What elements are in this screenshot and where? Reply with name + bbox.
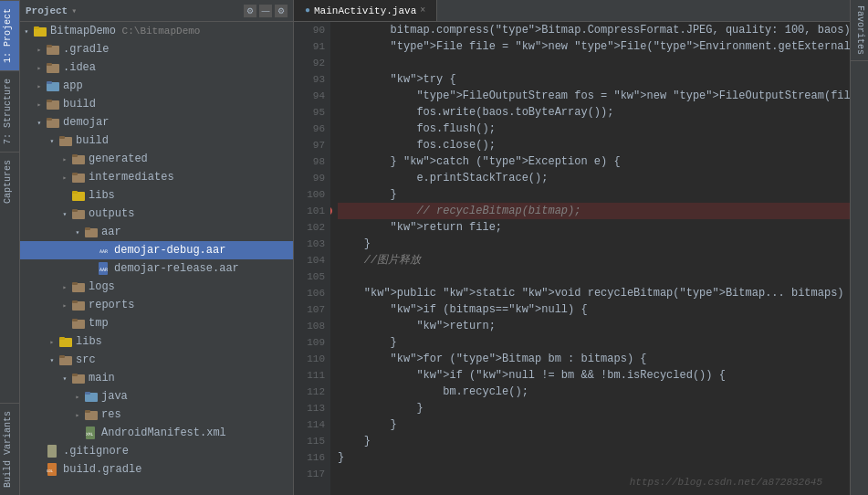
tree-item-reports[interactable]: ▸ reports [20,296,293,314]
line-number: 98 [294,153,325,170]
tree-item-label: libs [76,335,102,348]
tree-item-main[interactable]: ▾ main [20,369,293,387]
tree-item-java[interactable]: ▸ java [20,387,293,405]
line-number: 97 [294,137,325,153]
tree-item-outputs[interactable]: ▾ outputs [20,205,293,223]
tree-item--gradle[interactable]: ▸ .gradle [20,40,293,58]
code-text: "kw">if ("kw">null != bm && !bm.isRecycl… [338,367,726,384]
code-line: "kw">if ("kw">null != bm && !bm.isRecycl… [338,367,850,384]
line-number: 106 [294,285,325,301]
tree-item-demojar[interactable]: ▾ demojar [20,113,293,132]
tree-arrow[interactable]: ▸ [33,98,46,111]
tree-item--idea[interactable]: ▸ .idea [20,58,293,77]
tree-arrow[interactable] [84,244,97,257]
line-number: 94 [294,88,325,104]
tree-arrow[interactable]: ▾ [58,372,71,384]
tree-item-label: reports [89,299,134,311]
sidebar-item-project[interactable]: 1: Project [0,0,19,70]
svg-rect-39 [72,374,78,376]
tree-arrow[interactable] [33,463,46,476]
code-text: "kw">return; [338,318,496,334]
sidebar-item-captures[interactable]: Captures [0,152,19,211]
code-line [338,466,850,482]
code-line: //图片释放 [338,252,850,269]
code-line: } [338,433,850,449]
tree-item-BitmapDemo[interactable]: ▾ BitmapDemo C:\BitmapDemo [20,22,293,40]
editor-content: 9091929394959697989910010110210310410510… [294,22,850,495]
panel-sync-btn[interactable]: ⚙ [244,5,256,17]
tree-arrow[interactable]: ▸ [58,280,71,293]
tree-item-aar[interactable]: ▾ aar [20,223,293,241]
tree-item-res[interactable]: ▸ res [20,405,293,424]
code-text: } [338,416,397,433]
project-panel: Project ▾ ⚙ — ⚙ ▾ BitmapDemo C:\BitmapDe… [20,0,294,495]
tree-arrow[interactable]: ▸ [46,335,58,348]
code-line: // recycleBitmap(bitmap); [338,203,850,219]
tree-arrow[interactable]: ▾ [71,226,84,238]
folder-icon [71,152,86,166]
tree-arrow[interactable]: ▸ [71,390,84,403]
code-text: } [338,433,371,449]
code-text: "kw">return file; [338,219,502,236]
tree-arrow[interactable]: ▸ [33,79,46,92]
code-line: "type">File file = "kw">new "type">File(… [338,38,850,55]
line-number: 92 [294,55,325,71]
code-text: // recycleBitmap(bitmap); [338,203,580,219]
code-text: "kw">try { [338,71,456,88]
tree-arrow[interactable]: ▾ [46,134,58,147]
tree-item-logs[interactable]: ▸ logs [20,278,293,296]
line-number: 105 [294,269,325,285]
tree-item-build-gradle[interactable]: GDL build.gradle [20,460,293,479]
line-number: 116 [294,449,325,466]
tree-item-build[interactable]: ▾ build [20,132,293,150]
tab-mainactivity[interactable]: ● MainActivity.java × [294,0,437,21]
tree-item-libs[interactable]: libs [20,186,293,205]
tree-arrow[interactable]: ▸ [58,153,71,165]
tree-arrow[interactable]: ▸ [58,299,71,311]
tree-item-app[interactable]: ▸ app [20,77,293,95]
code-text: } "kw">catch ("type">Exception e) { [338,153,621,170]
tree-arrow[interactable] [84,262,97,275]
tree-arrow[interactable]: ▾ [33,116,46,129]
tree-item--gitignore[interactable]: .gitignore [20,442,293,460]
sidebar-item-buildvariants[interactable]: Build Variants [0,403,19,495]
tree-item-src[interactable]: ▾ src [20,351,293,369]
tree-item-label: .idea [63,61,96,74]
tree-arrow[interactable]: ▾ [46,353,58,366]
tree-item-intermediates[interactable]: ▸ intermediates [20,168,293,186]
tree-item-label: aar [101,226,121,238]
panel-collapse-btn[interactable]: — [259,5,272,17]
right-tab-favorites[interactable]: Favorites [851,0,868,61]
svg-rect-3 [47,45,52,47]
tree-item-demojar-release-aar[interactable]: AAR demojar-release.aar [20,259,293,278]
tree-arrow[interactable]: ▸ [33,61,46,74]
tree-arrow[interactable]: ▾ [58,207,71,220]
code-text: "kw">public "kw">static "kw">void recycl… [338,285,850,301]
svg-rect-5 [47,63,52,66]
tab-close-btn[interactable]: × [420,5,425,16]
tree-item-build[interactable]: ▸ build [20,95,293,113]
tree-item-label: intermediates [89,171,174,184]
code-line: } [338,186,850,203]
tree-arrow[interactable] [71,427,84,439]
folder-icon: GDL [46,462,60,477]
tree-item-generated[interactable]: ▸ generated [20,150,293,168]
code-line: fos.flush(); [338,121,850,137]
tree-arrow[interactable]: ▸ [58,171,71,184]
tree-item-tmp[interactable]: tmp [20,314,293,332]
svg-text:XML: XML [86,432,93,437]
tree-arrow[interactable] [58,189,71,202]
panel-settings-btn[interactable]: ⚙ [275,5,288,17]
tree-arrow[interactable] [58,317,71,330]
tree-arrow[interactable]: ▸ [71,408,84,421]
tree-item-libs[interactable]: ▸ libs [20,332,293,351]
code-editor[interactable]: bitmap.compress("type">Bitmap.CompressFo… [330,22,850,495]
tree-item-AndroidManifest-xml[interactable]: XML AndroidManifest.xml [20,424,293,442]
sidebar-item-structure[interactable]: 7: Structure [0,70,19,152]
code-text: } [338,400,424,416]
tree-item-demojar-debug-aar[interactable]: AAR demojar-debug.aar [20,241,293,259]
tree-arrow[interactable] [33,445,46,458]
tree-arrow[interactable]: ▾ [20,25,33,37]
tree-arrow[interactable]: ▸ [33,43,46,56]
svg-rect-35 [59,337,65,340]
